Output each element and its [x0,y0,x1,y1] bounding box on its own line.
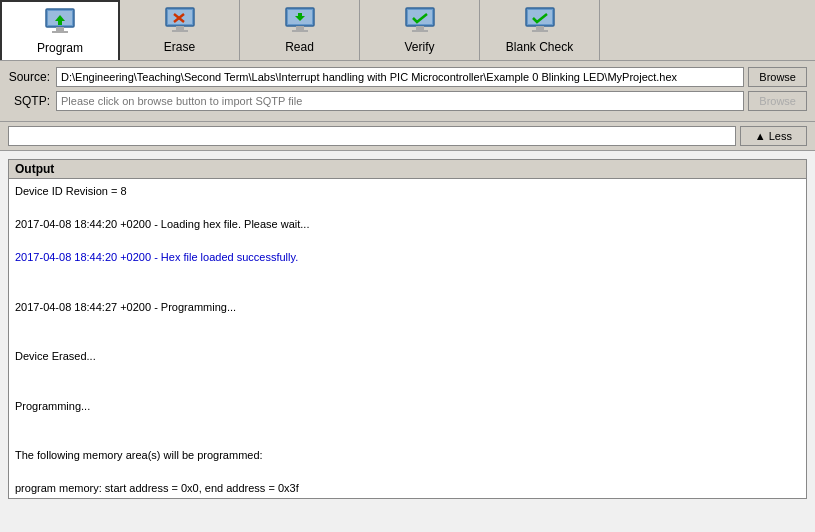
read-icon [282,6,318,36]
output-line: Programming... [15,398,800,415]
sqtp-input[interactable] [56,91,744,111]
output-line: 2017-04-08 18:44:20 +0200 - Hex file loa… [15,249,800,266]
output-line: Device ID Revision = 8 [15,183,800,200]
sqtp-browse-button[interactable]: Browse [748,91,807,111]
source-label: Source: [8,70,56,84]
toolbar: Program Erase [0,0,815,61]
blank-check-button[interactable]: Blank Check [480,0,600,60]
verify-button[interactable]: Verify [360,0,480,60]
svg-rect-21 [412,30,428,32]
blank-check-label: Blank Check [506,40,573,54]
output-line: The following memory area(s) will be pro… [15,447,800,464]
progress-bar [8,126,736,146]
svg-rect-20 [416,26,424,30]
output-line: 2017-04-08 18:44:27 +0200 - Programming.… [15,299,800,316]
program-button[interactable]: Program [0,0,120,60]
svg-rect-2 [56,27,64,31]
output-line: Device Erased... [15,348,800,365]
svg-rect-23 [528,10,552,24]
form-area: Source: Browse SQTP: Browse [0,61,815,122]
program-label: Program [37,41,83,55]
verify-label: Verify [404,40,434,54]
program-icon [42,7,78,37]
svg-rect-3 [52,31,68,33]
erase-button[interactable]: Erase [120,0,240,60]
output-container: Output Device ID Revision = 82017-04-08 … [8,159,807,499]
svg-rect-15 [292,30,308,32]
source-browse-button[interactable]: Browse [748,67,807,87]
output-content[interactable]: Device ID Revision = 82017-04-08 18:44:2… [9,179,806,498]
svg-rect-8 [176,26,184,30]
svg-rect-25 [532,30,548,32]
svg-rect-17 [298,13,302,16]
source-input[interactable] [56,67,744,87]
svg-rect-9 [172,30,188,32]
blank-check-icon [522,6,558,36]
svg-rect-5 [58,21,62,25]
source-row: Source: Browse [8,67,807,87]
read-button[interactable]: Read [240,0,360,60]
erase-icon [162,6,198,36]
erase-label: Erase [164,40,195,54]
svg-rect-24 [536,26,544,30]
svg-rect-19 [408,10,432,24]
less-button[interactable]: ▲ Less [740,126,807,146]
output-line: program memory: start address = 0x0, end… [15,480,800,497]
svg-rect-14 [296,26,304,30]
sqtp-label: SQTP: [8,94,56,108]
output-line: 2017-04-08 18:44:20 +0200 - Loading hex … [15,216,800,233]
progress-row: ▲ Less [0,122,815,151]
sqtp-row: SQTP: Browse [8,91,807,111]
verify-icon [402,6,438,36]
read-label: Read [285,40,314,54]
output-header: Output [9,160,806,179]
